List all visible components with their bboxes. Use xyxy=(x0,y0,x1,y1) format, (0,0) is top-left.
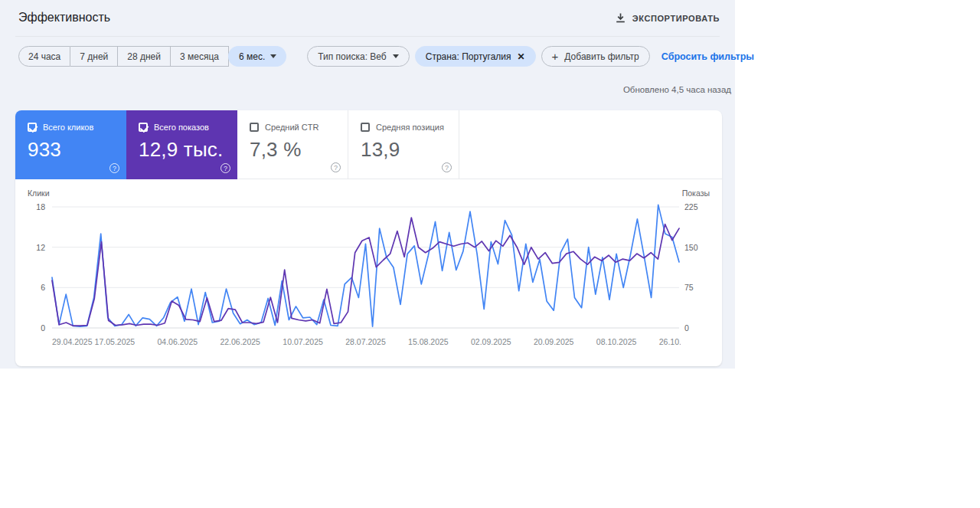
checkbox-icon[interactable] xyxy=(139,123,148,132)
metric-label: Всего показов xyxy=(154,123,209,132)
metric-average-ctr[interactable]: Средний CTR 7,3 % ? xyxy=(237,110,348,179)
metrics-row-filler xyxy=(459,110,722,179)
search-type-label: Тип поиска: Веб xyxy=(318,51,386,62)
svg-text:15.08.2025: 15.08.2025 xyxy=(408,337,449,346)
svg-text:08.10.2025: 08.10.2025 xyxy=(596,337,637,346)
filter-toolbar: 24 часа 7 дней 28 дней 3 месяца 6 мес. Т… xyxy=(18,46,754,67)
metric-label: Всего кликов xyxy=(43,123,93,132)
date-range-6m[interactable]: 6 мес. xyxy=(228,46,286,67)
download-icon xyxy=(615,12,626,24)
reset-filters-link[interactable]: Сбросить фильтры xyxy=(662,51,754,62)
svg-text:17.05.2025: 17.05.2025 xyxy=(95,337,136,346)
metric-label: Средний CTR xyxy=(265,123,318,132)
metric-value: 7,3 % xyxy=(250,138,337,162)
right-axis-title: Показы xyxy=(682,188,710,201)
search-console-performance-page: Эффективность ЭКСПОРТИРОВАТЬ 24 часа 7 д… xyxy=(0,0,735,369)
checkbox-icon[interactable] xyxy=(250,123,259,132)
performance-card: Всего кликов 933 ? Всего показов 12,9 ты… xyxy=(15,110,722,366)
close-icon[interactable]: ✕ xyxy=(518,52,525,61)
page-title: Эффективность xyxy=(18,11,110,25)
help-icon[interactable]: ? xyxy=(220,163,230,173)
clicks-axis-ticks: 061218 xyxy=(28,201,51,351)
svg-text:20.09.2025: 20.09.2025 xyxy=(534,337,574,346)
country-filter-chip[interactable]: Страна: Португалия ✕ xyxy=(415,46,536,67)
date-range-6m-label: 6 мес. xyxy=(239,51,265,62)
metric-value: 933 xyxy=(28,138,116,162)
svg-text:02.09.2025: 02.09.2025 xyxy=(471,337,511,346)
metrics-row: Всего кликов 933 ? Всего показов 12,9 ты… xyxy=(15,110,722,179)
date-range-24h[interactable]: 24 часа xyxy=(18,46,70,67)
metric-average-position[interactable]: Средняя позиция 13,9 ? xyxy=(348,110,459,179)
svg-text:26.10.2025: 26.10.2025 xyxy=(659,337,681,346)
add-filter-label: Добавить фильтр xyxy=(564,51,639,62)
svg-text:28.07.2025: 28.07.2025 xyxy=(345,337,386,346)
date-range-3m[interactable]: 3 месяца xyxy=(171,46,229,67)
checkbox-icon[interactable] xyxy=(28,123,37,132)
metric-total-impressions[interactable]: Всего показов 12,9 тыс. ? xyxy=(126,110,237,179)
country-filter-label: Страна: Португалия xyxy=(426,51,511,62)
svg-text:04.06.2025: 04.06.2025 xyxy=(158,337,198,346)
header-divider xyxy=(15,36,720,37)
plus-icon: + xyxy=(552,51,559,62)
checkbox-icon[interactable] xyxy=(361,123,370,132)
date-range-7d[interactable]: 7 дней xyxy=(70,46,118,67)
time-series-chart[interactable]: 29.04.202517.05.202504.06.202522.06.2025… xyxy=(51,201,681,351)
impressions-axis-ticks: 075150225 xyxy=(681,201,710,351)
help-icon[interactable]: ? xyxy=(331,162,341,172)
export-label: ЭКСПОРТИРОВАТЬ xyxy=(632,14,720,23)
add-filter-button[interactable]: + Добавить фильтр xyxy=(541,46,650,67)
metric-value: 12,9 тыс. xyxy=(139,138,227,162)
metric-value: 13,9 xyxy=(361,138,448,162)
date-range-group: 24 часа 7 дней 28 дней 3 месяца 6 мес. xyxy=(18,46,286,67)
metric-total-clicks[interactable]: Всего кликов 933 ? xyxy=(15,110,126,179)
performance-chart: Клики Показы 061218 29.04.202517.05.2025… xyxy=(15,179,722,351)
svg-text:10.07.2025: 10.07.2025 xyxy=(283,337,323,346)
chevron-down-icon xyxy=(270,54,276,58)
chevron-down-icon xyxy=(393,54,399,58)
metric-label: Средняя позиция xyxy=(376,123,444,132)
export-button[interactable]: ЭКСПОРТИРОВАТЬ xyxy=(609,8,726,28)
svg-text:29.04.2025: 29.04.2025 xyxy=(52,337,93,346)
left-axis-title: Клики xyxy=(28,188,50,201)
help-icon[interactable]: ? xyxy=(109,163,119,173)
last-updated-text: Обновлено 4,5 часа назад xyxy=(623,85,731,94)
help-icon[interactable]: ? xyxy=(442,162,452,172)
svg-text:22.06.2025: 22.06.2025 xyxy=(220,337,260,346)
search-type-filter-chip[interactable]: Тип поиска: Веб xyxy=(307,46,409,67)
date-range-28d[interactable]: 28 дней xyxy=(118,46,171,67)
